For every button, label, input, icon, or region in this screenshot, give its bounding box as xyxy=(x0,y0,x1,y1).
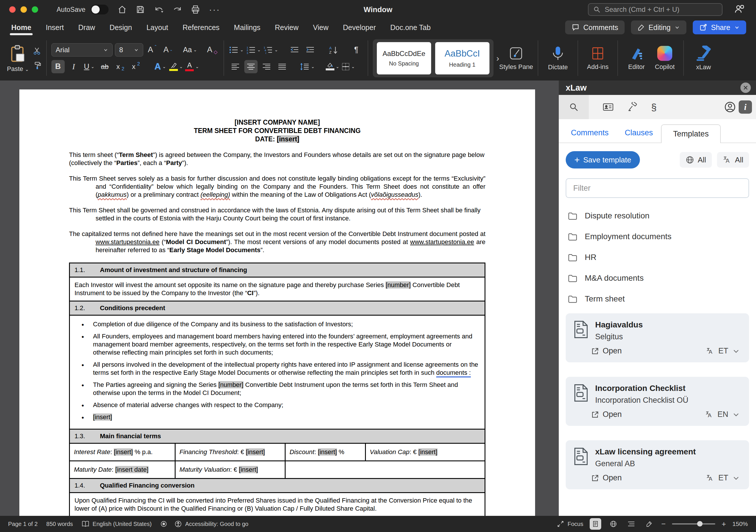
redo-icon[interactable] xyxy=(173,5,182,14)
jurisdiction-filter-button[interactable]: All xyxy=(680,152,712,167)
ribbon-tab-review[interactable]: Review xyxy=(268,19,306,36)
folder-item-term-sheet[interactable]: Term sheet xyxy=(566,289,749,309)
language-status[interactable]: English (United States) xyxy=(82,520,152,527)
change-case-button[interactable]: Aa⌄ xyxy=(183,43,197,57)
filter-input[interactable] xyxy=(566,178,749,198)
open-template-link[interactable]: Open xyxy=(591,410,622,419)
document-page[interactable]: [INSERT COMPANY NAME]TERM SHEET FOR CONV… xyxy=(19,89,535,516)
zoom-level[interactable]: 150% xyxy=(732,520,748,527)
font-size-select[interactable]: 8 xyxy=(115,43,143,57)
clear-formatting-button[interactable]: A◇ xyxy=(205,43,219,57)
folder-item-hr[interactable]: HR xyxy=(566,247,749,268)
ribbon-tab-developer[interactable]: Developer xyxy=(336,19,383,36)
xlaw-tab-clauses[interactable]: Clauses xyxy=(617,124,661,142)
save-icon[interactable] xyxy=(136,5,145,14)
decrease-indent-button[interactable] xyxy=(288,43,301,57)
bold-button[interactable]: B xyxy=(51,60,65,73)
undo-icon[interactable] xyxy=(154,5,164,14)
print-icon[interactable] xyxy=(191,5,201,14)
template-language-selector[interactable]: A EN xyxy=(705,410,742,419)
text-effects-button[interactable]: A⌄ xyxy=(154,60,167,73)
more-icon[interactable]: ··· xyxy=(209,5,220,14)
template-language-selector[interactable]: A ET xyxy=(706,473,742,482)
editing-mode-button[interactable]: Editing xyxy=(631,20,687,34)
language-filter-button[interactable]: A All xyxy=(717,152,749,167)
panel-info-button[interactable]: i xyxy=(739,100,752,114)
styles-pane-button[interactable]: Styles Pane xyxy=(499,36,533,81)
borders-button[interactable]: ⌄ xyxy=(341,60,355,73)
minimize-window-button[interactable] xyxy=(20,6,27,13)
add-ins-button[interactable]: Add-ins xyxy=(583,36,613,81)
font-name-select[interactable]: Arial xyxy=(51,43,113,57)
panel-section-sign-icon[interactable]: § xyxy=(651,102,657,113)
align-left-button[interactable] xyxy=(229,60,242,73)
dictate-button[interactable]: Dictate xyxy=(543,36,573,81)
numbered-list-button[interactable]: 123 ⌄ xyxy=(246,43,261,57)
accessibility-status[interactable]: Accessibility: Good to go xyxy=(160,520,248,527)
sort-button[interactable]: AZ xyxy=(327,43,340,57)
ribbon-tab-draw[interactable]: Draw xyxy=(71,19,102,36)
ribbon-tab-insert[interactable]: Insert xyxy=(39,19,71,36)
ribbon-tab-layout[interactable]: Layout xyxy=(139,19,175,36)
align-right-button[interactable] xyxy=(260,60,273,73)
panel-search-icon[interactable] xyxy=(559,95,589,119)
xlaw-tab-comments[interactable]: Comments xyxy=(563,124,617,142)
home-icon[interactable] xyxy=(117,5,127,14)
multilevel-list-button[interactable]: 1ai ⌄ xyxy=(263,43,278,57)
increase-indent-button[interactable] xyxy=(304,43,317,57)
template-language-selector[interactable]: A ET xyxy=(706,346,742,355)
line-spacing-button[interactable]: ⌄ xyxy=(300,60,315,73)
print-layout-view-button[interactable] xyxy=(590,518,601,530)
shrink-font-button[interactable]: Aˇ xyxy=(161,43,175,57)
search-box[interactable]: Search (Cmd + Ctrl + U) xyxy=(588,3,722,16)
autosave-toggle[interactable] xyxy=(91,5,109,14)
draft-view-button[interactable] xyxy=(643,518,655,530)
save-template-button[interactable]: + Save template xyxy=(566,151,640,168)
ribbon-tab-home[interactable]: Home xyxy=(4,19,39,36)
folder-item-m-a-documents[interactable]: M&A documents xyxy=(566,268,749,289)
ribbon-tab-view[interactable]: View xyxy=(306,19,336,36)
bullet-list-button[interactable]: ⌄ xyxy=(229,43,244,57)
zoom-slider-knob[interactable] xyxy=(697,521,703,526)
grow-font-button[interactable]: Aˆ xyxy=(146,43,159,57)
presence-icon[interactable] xyxy=(734,4,745,15)
template-card-hagiavaldus[interactable]: Hagiavaldus Selgitus Open A ET xyxy=(566,313,749,362)
focus-button[interactable]: Focus xyxy=(557,520,583,527)
ribbon-tab-doc-one-tab[interactable]: Doc.one Tab xyxy=(383,19,438,36)
style-gallery-more-button[interactable]: › xyxy=(497,53,499,63)
folder-item-dispute-resolution[interactable]: Dispute resolution xyxy=(566,205,749,226)
shading-button[interactable]: ⌄ xyxy=(326,60,339,73)
font-color-button[interactable]: A ⌄ xyxy=(185,60,199,73)
panel-contact-card-icon[interactable] xyxy=(603,102,614,112)
page-indicator[interactable]: Page 1 of 2 xyxy=(8,521,38,527)
template-card-incorporation-checklist[interactable]: Incorporation Checklist Incorporation Ch… xyxy=(566,377,749,426)
align-center-button[interactable] xyxy=(244,60,257,73)
ribbon-tab-mailings[interactable]: Mailings xyxy=(227,19,268,36)
web-layout-view-button[interactable] xyxy=(608,518,619,530)
highlight-color-button[interactable]: ⌄ xyxy=(169,60,183,73)
share-button[interactable]: Share xyxy=(693,20,746,34)
ribbon-tab-design[interactable]: Design xyxy=(102,19,139,36)
panel-close-button[interactable] xyxy=(741,83,751,93)
strikethrough-button[interactable]: ab xyxy=(98,60,112,73)
format-painter-button[interactable] xyxy=(33,61,41,70)
show-paragraph-marks-button[interactable]: ¶ xyxy=(350,43,363,57)
superscript-button[interactable]: x2 xyxy=(129,60,143,73)
subscript-button[interactable]: x2 xyxy=(114,60,127,73)
comments-button[interactable]: Comments xyxy=(565,20,625,34)
open-template-link[interactable]: Open xyxy=(591,346,622,355)
xlaw-tab-templates[interactable]: Templates xyxy=(661,124,721,143)
copilot-button[interactable]: Copilot xyxy=(651,46,679,71)
open-template-link[interactable]: Open xyxy=(591,473,622,482)
italic-button[interactable]: I xyxy=(67,60,80,73)
folder-item-employment-documents[interactable]: Employment documents xyxy=(566,226,749,247)
style-card-no-spacing[interactable]: AaBbCcDdEeNo Spacing xyxy=(377,42,431,74)
style-card-heading-1[interactable]: AaBbCcIHeading 1 xyxy=(435,42,490,74)
paste-button[interactable]: Paste ⌄ xyxy=(7,45,29,73)
word-count[interactable]: 850 words xyxy=(46,521,73,527)
template-card-xlaw-licensing-agreement[interactable]: xLaw licensing agreement General AB Open… xyxy=(566,440,749,489)
zoom-window-button[interactable] xyxy=(32,6,38,13)
outline-view-button[interactable] xyxy=(626,518,637,530)
cut-button[interactable] xyxy=(33,47,41,55)
ribbon-tab-references[interactable]: References xyxy=(175,19,227,36)
